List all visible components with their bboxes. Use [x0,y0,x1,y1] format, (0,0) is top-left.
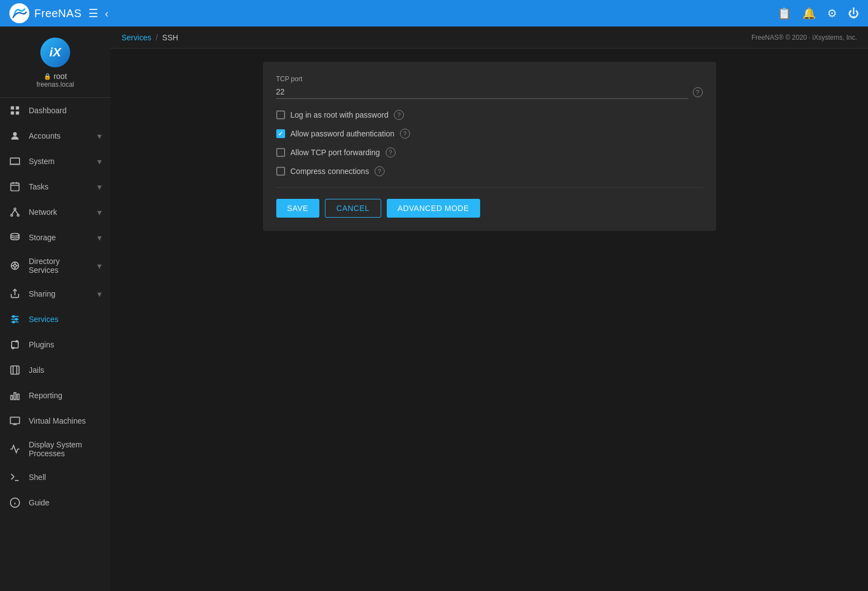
checkbox-row-allow_password: Allow password authentication? [276,129,703,139]
sidebar-item-system[interactable]: System▾ [0,149,111,174]
sidebar-item-tasks[interactable]: Tasks▾ [0,174,111,199]
back-icon[interactable]: ‹ [105,7,109,20]
sidebar-item-label-dashboard: Dashboard [29,106,102,115]
sidebar-item-label-accounts: Accounts [29,131,90,140]
logo: FreeNAS [9,3,82,24]
svg-rect-34 [11,395,13,400]
advanced-mode-button[interactable]: ADVANCED MODE [387,199,480,218]
sidebar-item-sharing[interactable]: Sharing▾ [0,281,111,307]
sidebar-item-vms[interactable]: Virtual Machines [0,408,111,434]
svg-point-5 [13,132,17,136]
settings-icon[interactable]: ⚙ [827,7,837,20]
checkbox-row-login_root: Log in as root with password? [276,110,703,120]
svg-rect-4 [16,112,19,115]
sidebar-item-plugins[interactable]: Plugins [0,332,111,357]
sidebar-item-label-shell: Shell [29,473,102,482]
network-icon [9,206,21,218]
help-icon-allow_tcp[interactable]: ? [386,147,396,157]
sidebar-item-label-directory: Directory Services [29,257,90,275]
save-button[interactable]: SAVE [276,199,319,218]
share-icon [9,288,21,300]
tcp-port-help-icon[interactable]: ? [693,87,703,97]
checkbox-allow_tcp[interactable] [276,148,285,157]
puzzle-icon [9,339,21,351]
checkbox-allow_password[interactable] [276,129,285,138]
sidebar-item-services[interactable]: Services [0,307,111,332]
checkbox-label-allow_password: Allow password authentication [291,129,394,138]
tcp-port-label: TCP port [276,75,703,83]
sidebar-item-processes[interactable]: Display System Processes [0,434,111,465]
copyright: FreeNAS® © 2020 · iXsystems, Inc. [751,34,857,41]
user-name: 🔒 root [36,72,74,81]
checkbox-label-login_root: Log in as root with password [291,110,388,119]
sidebar-item-label-vms: Virtual Machines [29,416,102,425]
svg-point-18 [14,265,17,267]
info-icon [9,497,21,509]
svg-rect-6 [10,158,20,164]
app-name: FreeNAS [34,7,82,20]
sidebar-item-jails[interactable]: Jails [0,357,111,383]
topbar-left: FreeNAS ☰ ‹ [9,3,108,24]
svg-point-13 [17,214,19,216]
sidebar-item-label-tasks: Tasks [29,182,90,191]
main-content: Services / SSH FreeNAS® © 2020 · iXsyste… [111,27,868,591]
chevron-down-icon-directory: ▾ [97,261,102,271]
sidebar-item-label-guide: Guide [29,498,102,507]
svg-rect-3 [11,112,14,115]
breadcrumb-parent[interactable]: Services [122,33,151,42]
svg-rect-36 [17,394,19,400]
topbar-right: 📋 🔔 ⚙ ⏻ [777,7,859,20]
checkbox-compress[interactable] [276,167,285,176]
sidebar-item-label-processes: Display System Processes [29,440,102,458]
freenas-logo-icon [9,3,30,24]
user-section: iX 🔒 root freenas.local [0,27,111,98]
svg-point-11 [14,208,15,210]
power-icon[interactable]: ⏻ [848,7,859,20]
chevron-down-icon-sharing: ▾ [97,289,102,299]
sidebar-item-network[interactable]: Network▾ [0,199,111,225]
sidebar-item-storage[interactable]: Storage▾ [0,225,111,250]
sidebar-item-accounts[interactable]: Accounts▾ [0,123,111,149]
sidebar-item-guide[interactable]: Guide [0,490,111,515]
sidebar-item-label-plugins: Plugins [29,340,102,349]
activity-icon [9,443,21,455]
tcp-port-input-row: ? [276,85,703,99]
svg-rect-35 [14,393,15,400]
help-icon-allow_password[interactable]: ? [400,129,410,139]
sidebar-item-dashboard[interactable]: Dashboard [0,98,111,123]
svg-rect-7 [11,183,19,191]
avatar-text: iX [50,45,61,60]
jail-icon [9,364,21,376]
help-icon-login_root[interactable]: ? [394,110,404,120]
sidebar-item-label-network: Network [29,208,90,217]
user-host: freenas.local [36,81,74,88]
sidebar-item-reporting[interactable]: Reporting [0,383,111,408]
chevron-down-icon-accounts: ▾ [97,131,102,141]
cancel-button[interactable]: CANCEL [325,199,381,218]
svg-rect-2 [16,107,19,110]
tcp-port-input[interactable] [276,85,688,99]
svg-point-12 [11,214,13,216]
menu-icon[interactable]: ☰ [88,7,98,20]
breadcrumb-current: SSH [162,33,178,42]
clipboard-icon[interactable]: 📋 [777,7,791,20]
shell-icon [9,471,21,483]
chevron-down-icon-storage: ▾ [97,233,102,243]
checkbox-row-allow_tcp: Allow TCP port forwarding? [276,147,703,157]
svg-rect-37 [10,417,20,424]
sliders-icon [9,313,21,325]
sidebar-item-shell[interactable]: Shell [0,465,111,490]
sidebar-item-directory[interactable]: Directory Services▾ [0,250,111,281]
checkbox-login_root[interactable] [276,110,285,119]
svg-line-14 [12,210,15,214]
grid-icon [9,104,21,117]
sidebar: iX 🔒 root freenas.local DashboardAccount… [0,27,111,591]
calendar-icon [9,181,21,193]
svg-point-27 [13,315,14,317]
notification-icon[interactable]: 🔔 [802,7,816,20]
svg-line-15 [15,210,18,214]
help-icon-compress[interactable]: ? [375,166,385,176]
svg-point-28 [15,318,17,320]
checkbox-label-allow_tcp: Allow TCP port forwarding [291,148,380,157]
sidebar-item-label-sharing: Sharing [29,289,90,298]
